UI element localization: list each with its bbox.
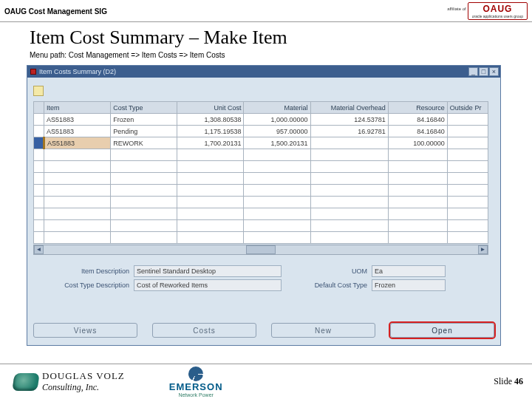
cell-empty[interactable] (388, 220, 447, 232)
cell-empty[interactable] (388, 197, 447, 208)
cell-empty[interactable] (447, 197, 488, 208)
cell-empty[interactable] (34, 208, 44, 220)
cell-empty[interactable] (388, 185, 447, 197)
table-row-empty[interactable] (34, 208, 488, 220)
cell-empty[interactable] (310, 197, 388, 208)
cell-empty[interactable] (244, 208, 310, 220)
cell-empty[interactable] (447, 185, 488, 197)
folder-icon[interactable] (33, 86, 44, 96)
cell-empty[interactable] (310, 208, 388, 220)
table-row-empty[interactable] (34, 173, 488, 185)
cell-empty[interactable] (177, 161, 244, 173)
cell-empty[interactable] (177, 185, 244, 197)
cell-resource[interactable]: 100.00000 (388, 137, 447, 149)
cell-cost-type[interactable]: Frozen (111, 114, 177, 126)
cell-empty[interactable] (111, 161, 177, 173)
cell-material[interactable]: 1,000.00000 (244, 114, 310, 126)
cell-empty[interactable] (177, 197, 244, 208)
cell-empty[interactable] (44, 149, 111, 161)
cell-empty[interactable] (244, 232, 310, 244)
cell-empty[interactable] (244, 173, 310, 185)
scroll-right-icon[interactable]: ► (478, 245, 488, 254)
col-material[interactable]: Material (244, 102, 310, 114)
cell-empty[interactable] (310, 232, 388, 244)
cell-empty[interactable] (34, 161, 44, 173)
cell-cost-type[interactable]: REWORK (111, 137, 177, 149)
cell-empty[interactable] (388, 232, 447, 244)
cell-empty[interactable] (111, 185, 177, 197)
table-row-empty[interactable] (34, 161, 488, 173)
col-item[interactable]: Item (44, 102, 111, 114)
cell-item[interactable]: AS51883 (44, 114, 111, 126)
row-selector[interactable] (34, 126, 44, 137)
table-row[interactable]: AS51883Pending1,175.19538957.0000016.927… (34, 126, 488, 137)
cell-empty[interactable] (310, 149, 388, 161)
cell-empty[interactable] (44, 232, 111, 244)
table-row-empty[interactable] (34, 232, 488, 244)
cell-empty[interactable] (177, 208, 244, 220)
cell-outside[interactable] (447, 114, 488, 126)
cell-empty[interactable] (447, 232, 488, 244)
cell-item[interactable]: AS51883 (44, 126, 111, 137)
table-row[interactable]: AS51883REWORK1,700.201311,500.20131100.0… (34, 137, 488, 149)
cell-resource[interactable]: 84.16840 (388, 126, 447, 137)
cell-empty[interactable] (447, 149, 488, 161)
maximize-button[interactable]: □ (479, 67, 488, 76)
cell-empty[interactable] (388, 149, 447, 161)
horizontal-scrollbar[interactable]: ◄ ► (33, 245, 488, 255)
cell-moh[interactable]: 16.92781 (310, 126, 388, 137)
cell-moh[interactable] (310, 137, 388, 149)
col-resource[interactable]: Resource (388, 102, 447, 114)
cell-empty[interactable] (111, 149, 177, 161)
cell-empty[interactable] (447, 161, 488, 173)
table-row-empty[interactable] (34, 220, 488, 232)
close-button[interactable]: × (489, 67, 499, 76)
cell-empty[interactable] (44, 220, 111, 232)
views-button[interactable]: Views (33, 323, 137, 338)
cell-empty[interactable] (111, 232, 177, 244)
minimize-button[interactable]: _ (468, 67, 478, 76)
row-selector[interactable] (34, 137, 44, 149)
cost-type-desc-value[interactable]: Cost of Reworked Items (134, 279, 282, 291)
cell-empty[interactable] (244, 220, 310, 232)
costs-button[interactable]: Costs (152, 323, 256, 338)
cell-empty[interactable] (44, 208, 111, 220)
table-row-empty[interactable] (34, 197, 488, 208)
scroll-thumb[interactable] (246, 245, 276, 254)
cell-empty[interactable] (447, 220, 488, 232)
col-cost-type[interactable]: Cost Type (111, 102, 177, 114)
cell-item[interactable]: AS51883 (44, 137, 111, 149)
cell-empty[interactable] (34, 173, 44, 185)
cell-empty[interactable] (244, 197, 310, 208)
cell-empty[interactable] (34, 220, 44, 232)
open-button[interactable]: Open (390, 323, 494, 338)
cell-empty[interactable] (177, 220, 244, 232)
cell-empty[interactable] (44, 173, 111, 185)
cell-empty[interactable] (34, 149, 44, 161)
col-outside[interactable]: Outside Pr (447, 102, 488, 114)
uom-value[interactable]: Ea (372, 265, 446, 277)
cell-empty[interactable] (310, 161, 388, 173)
cell-empty[interactable] (44, 161, 111, 173)
cell-material[interactable]: 957.00000 (244, 126, 310, 137)
cell-empty[interactable] (111, 173, 177, 185)
cell-empty[interactable] (111, 208, 177, 220)
cell-empty[interactable] (388, 161, 447, 173)
default-ct-value[interactable]: Frozen (372, 279, 446, 291)
cell-empty[interactable] (310, 185, 388, 197)
cell-empty[interactable] (388, 173, 447, 185)
cell-unit-cost[interactable]: 1,308.80538 (177, 114, 244, 126)
cell-resource[interactable]: 84.16840 (388, 114, 447, 126)
cell-empty[interactable] (244, 185, 310, 197)
cell-material[interactable]: 1,500.20131 (244, 137, 310, 149)
cell-empty[interactable] (34, 232, 44, 244)
table-row[interactable]: AS51883Frozen1,308.805381,000.00000124.5… (34, 114, 488, 126)
cell-empty[interactable] (447, 173, 488, 185)
cell-empty[interactable] (244, 161, 310, 173)
cell-empty[interactable] (111, 197, 177, 208)
row-selector[interactable] (34, 114, 44, 126)
scroll-left-icon[interactable]: ◄ (34, 245, 44, 254)
col-unit-cost[interactable]: Unit Cost (177, 102, 244, 114)
item-desc-value[interactable]: Sentinel Standard Desktop (134, 265, 282, 277)
cell-empty[interactable] (44, 185, 111, 197)
